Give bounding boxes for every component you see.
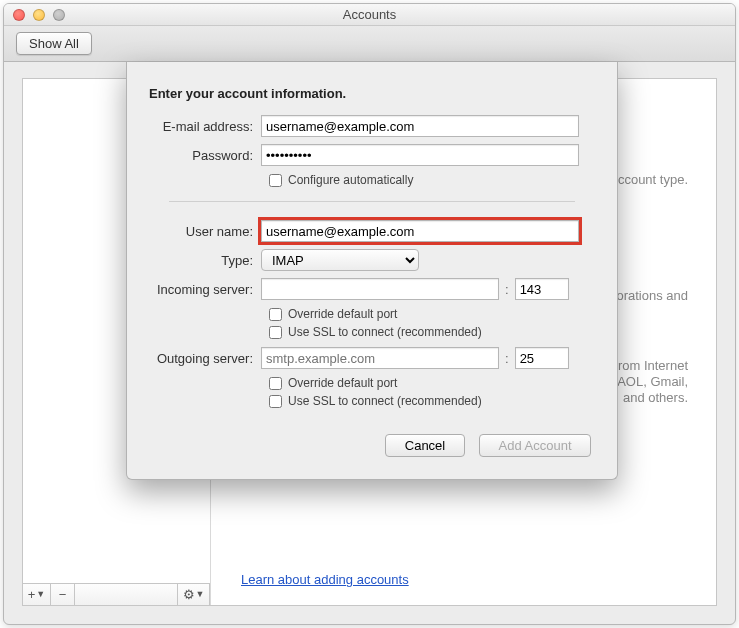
- use-ssl-label: Use SSL to connect (recommended): [288, 394, 482, 408]
- username-label: User name:: [149, 224, 261, 239]
- port-separator: :: [505, 282, 509, 297]
- add-account-sheet: Enter your account information. E-mail a…: [126, 62, 618, 480]
- email-label: E-mail address:: [149, 119, 261, 134]
- divider: [169, 201, 575, 202]
- chevron-down-icon: ▼: [36, 589, 45, 599]
- email-field[interactable]: [261, 115, 579, 137]
- password-field[interactable]: [261, 144, 579, 166]
- minus-icon: −: [59, 587, 67, 602]
- accounts-window: Accounts Show All +▼ − ⚙▼ ed, select an …: [3, 3, 736, 625]
- outgoing-port-field[interactable]: [515, 347, 569, 369]
- footer-spacer: [75, 584, 178, 605]
- outgoing-server-field[interactable]: [261, 347, 499, 369]
- configure-auto-label: Configure automatically: [288, 173, 413, 187]
- incoming-override-port-checkbox[interactable]: [269, 308, 282, 321]
- minimize-icon[interactable]: [33, 9, 45, 21]
- add-account-button[interactable]: Add Account: [479, 434, 591, 457]
- titlebar: Accounts: [4, 4, 735, 26]
- close-icon[interactable]: [13, 9, 25, 21]
- incoming-use-ssl-checkbox[interactable]: [269, 326, 282, 339]
- override-port-label: Override default port: [288, 307, 397, 321]
- learn-about-accounts-link[interactable]: Learn about adding accounts: [241, 572, 409, 587]
- toolbar: Show All: [4, 26, 735, 62]
- settings-button[interactable]: ⚙▼: [178, 584, 210, 605]
- port-separator: :: [505, 351, 509, 366]
- remove-account-button[interactable]: −: [51, 584, 75, 605]
- outgoing-override-port-checkbox[interactable]: [269, 377, 282, 390]
- incoming-label: Incoming server:: [149, 282, 261, 297]
- type-select[interactable]: IMAP: [261, 249, 419, 271]
- sheet-heading: Enter your account information.: [149, 86, 595, 101]
- add-account-button[interactable]: +▼: [23, 584, 51, 605]
- bg-text: orations and: [616, 287, 688, 305]
- use-ssl-label: Use SSL to connect (recommended): [288, 325, 482, 339]
- override-port-label: Override default port: [288, 376, 397, 390]
- window-title: Accounts: [4, 7, 735, 22]
- gear-icon: ⚙: [183, 587, 195, 602]
- username-field[interactable]: [261, 220, 579, 242]
- chevron-down-icon: ▼: [196, 589, 205, 599]
- traffic-lights: [4, 9, 65, 21]
- password-label: Password:: [149, 148, 261, 163]
- show-all-button[interactable]: Show All: [16, 32, 92, 55]
- configure-auto-checkbox[interactable]: [269, 174, 282, 187]
- plus-icon: +: [28, 587, 36, 602]
- incoming-port-field[interactable]: [515, 278, 569, 300]
- bg-text: and others.: [623, 389, 688, 407]
- cancel-button[interactable]: Cancel: [385, 434, 465, 457]
- type-label: Type:: [149, 253, 261, 268]
- zoom-icon: [53, 9, 65, 21]
- sidebar-footer: +▼ − ⚙▼: [23, 583, 210, 605]
- outgoing-label: Outgoing server:: [149, 351, 261, 366]
- outgoing-use-ssl-checkbox[interactable]: [269, 395, 282, 408]
- incoming-server-field[interactable]: [261, 278, 499, 300]
